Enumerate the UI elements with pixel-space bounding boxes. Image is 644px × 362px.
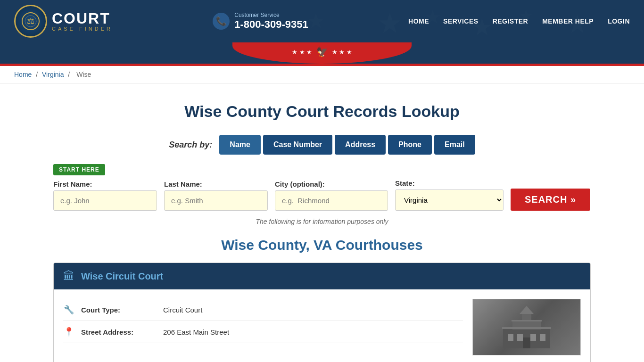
start-here-badge: START HERE bbox=[53, 164, 591, 179]
main-nav: HOME SERVICES REGISTER MEMBER HELP LOGIN bbox=[408, 17, 630, 25]
svg-rect-16 bbox=[540, 334, 545, 341]
tab-name[interactable]: Name bbox=[219, 135, 261, 155]
svg-rect-13 bbox=[508, 334, 513, 341]
svg-text:⚖: ⚖ bbox=[27, 16, 34, 26]
address-icon: 📍 bbox=[63, 327, 74, 337]
svg-rect-15 bbox=[530, 334, 536, 341]
last-name-label: Last Name: bbox=[164, 180, 268, 188]
city-label: City (optional): bbox=[275, 180, 388, 188]
cs-info: Customer Service 1-800-309-9351 bbox=[234, 12, 308, 31]
cs-phone: 1-800-309-9351 bbox=[234, 18, 308, 31]
last-name-group: Last Name: bbox=[164, 180, 268, 211]
svg-rect-19 bbox=[512, 320, 542, 321]
cs-label: Customer Service bbox=[234, 12, 308, 18]
svg-rect-17 bbox=[523, 337, 530, 348]
breadcrumb-sep-1: / bbox=[36, 71, 40, 78]
svg-rect-18 bbox=[502, 327, 551, 329]
courthouses-title: Wise County, VA Courthouses bbox=[53, 237, 591, 253]
address-label: Street Address: bbox=[81, 328, 157, 336]
courthouse-image-placeholder bbox=[473, 299, 580, 355]
nav-services[interactable]: SERVICES bbox=[443, 17, 479, 25]
courthouse-body: 🔧 Court Type: Circuit Court 📍 Street Add… bbox=[54, 289, 590, 362]
state-group: State: Virginia Alabama Alaska Arizona A… bbox=[395, 179, 504, 211]
courthouse-icon: 🏛 bbox=[63, 270, 74, 283]
first-name-label: First Name: bbox=[53, 180, 157, 188]
logo-text: COURT CASE FINDER bbox=[52, 11, 113, 32]
main-content: Wise County Court Records Lookup Search … bbox=[39, 83, 605, 362]
site-header: ★ ★ ★ ★ ★ ★ ⚖ COURT CASE FINDER 📞 Custom… bbox=[0, 0, 644, 42]
eagle-decoration: ★ ★ ★ 🦅 ★ ★ ★ bbox=[292, 46, 352, 58]
search-by-row: Search by: Name Case Number Address Phon… bbox=[53, 135, 591, 155]
tab-email[interactable]: Email bbox=[434, 135, 475, 155]
phone-icon: 📞 bbox=[213, 13, 230, 30]
logo-case-finder-label: CASE FINDER bbox=[52, 26, 113, 32]
search-form: First Name: Last Name: City (optional): … bbox=[53, 179, 591, 211]
state-label: State: bbox=[395, 179, 504, 187]
nav-login[interactable]: LOGIN bbox=[608, 17, 630, 25]
tab-address[interactable]: Address bbox=[335, 135, 386, 155]
svg-rect-14 bbox=[517, 334, 523, 341]
search-by-label: Search by: bbox=[169, 140, 212, 150]
first-name-input[interactable] bbox=[53, 190, 157, 211]
court-type-label: Court Type: bbox=[81, 306, 157, 314]
courthouse-name-link[interactable]: Wise Circuit Court bbox=[81, 271, 163, 282]
tab-case-number[interactable]: Case Number bbox=[263, 135, 332, 155]
logo[interactable]: ⚖ COURT CASE FINDER bbox=[14, 5, 113, 38]
svg-text:★: ★ bbox=[306, 9, 325, 33]
breadcrumb-virginia[interactable]: Virginia bbox=[42, 71, 64, 78]
stars-right: ★ ★ ★ bbox=[332, 49, 352, 56]
breadcrumb: Home / Virginia / Wise bbox=[0, 66, 644, 83]
logo-badge: ⚖ bbox=[14, 5, 47, 38]
nav-member-help[interactable]: MEMBER HELP bbox=[542, 17, 594, 25]
address-value: 206 East Main Street bbox=[163, 328, 229, 336]
city-group: City (optional): bbox=[275, 180, 388, 211]
court-type-value: Circuit Court bbox=[163, 306, 202, 314]
svg-marker-12 bbox=[520, 306, 534, 314]
breadcrumb-wise: Wise bbox=[76, 71, 91, 78]
courthouse-details: 🔧 Court Type: Circuit Court 📍 Street Add… bbox=[63, 299, 463, 355]
stars-left: ★ ★ ★ bbox=[292, 49, 312, 56]
detail-row-court-type: 🔧 Court Type: Circuit Court bbox=[63, 299, 463, 321]
first-name-group: First Name: bbox=[53, 180, 157, 211]
customer-service: 📞 Customer Service 1-800-309-9351 bbox=[213, 12, 308, 31]
last-name-input[interactable] bbox=[164, 190, 268, 211]
nav-register[interactable]: REGISTER bbox=[493, 17, 528, 25]
breadcrumb-sep-2: / bbox=[68, 71, 72, 78]
svg-text:★: ★ bbox=[377, 8, 403, 39]
logo-court-label: COURT bbox=[52, 11, 113, 26]
nav-home[interactable]: HOME bbox=[408, 17, 429, 25]
courthouse-card: 🏛 Wise Circuit Court 🔧 Court Type: Circu… bbox=[53, 263, 591, 362]
info-note: The following is for information purpose… bbox=[53, 218, 591, 225]
eagle-icon: 🦅 bbox=[316, 46, 328, 58]
city-input[interactable] bbox=[275, 190, 388, 211]
breadcrumb-home[interactable]: Home bbox=[14, 71, 32, 78]
tab-phone[interactable]: Phone bbox=[388, 135, 432, 155]
page-title: Wise County Court Records Lookup bbox=[53, 102, 591, 121]
swoosh-section: ★ ★ ★ 🦅 ★ ★ ★ bbox=[0, 42, 644, 64]
courthouse-header: 🏛 Wise Circuit Court bbox=[54, 263, 590, 289]
courthouse-image bbox=[472, 299, 581, 355]
court-type-icon: 🔧 bbox=[63, 304, 74, 315]
state-select[interactable]: Virginia Alabama Alaska Arizona Arkansas… bbox=[395, 189, 504, 211]
search-button[interactable]: SEARCH » bbox=[511, 189, 590, 211]
detail-row-address: 📍 Street Address: 206 East Main Street bbox=[63, 321, 463, 343]
